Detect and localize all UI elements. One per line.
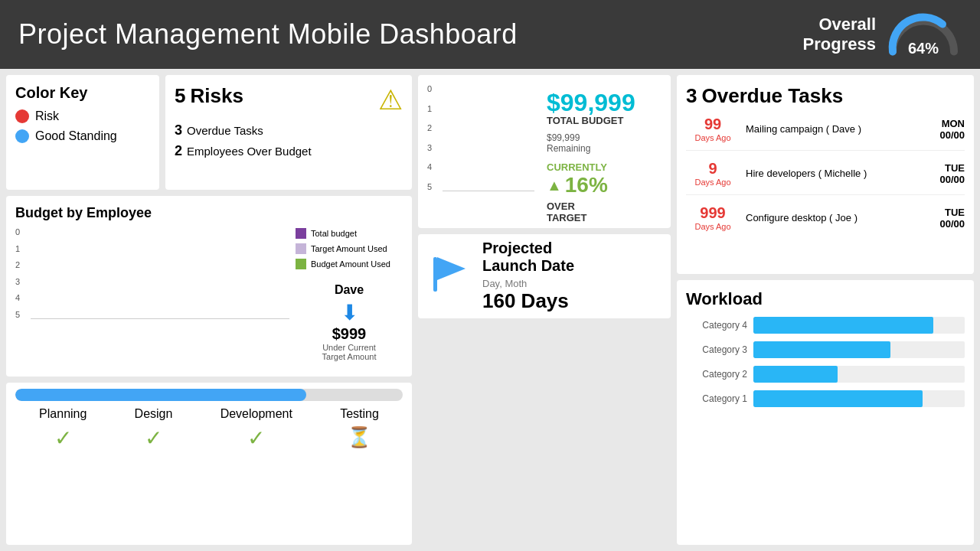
color-key-standing: Good Standing — [15, 129, 150, 143]
phase-design-label: Design — [135, 407, 173, 421]
risk-dot — [15, 109, 29, 123]
overdue-title: 3 Overdue Tasks — [686, 84, 965, 108]
percent-value: ▲ 16% — [547, 173, 655, 197]
launch-subtitle: Day, Moth — [482, 278, 662, 289]
task-date-3: TUE 00/00 — [939, 207, 965, 230]
days-ago-3: 999 Days Ago — [686, 204, 740, 231]
phase-development: Development ✓ — [220, 407, 292, 451]
progress-fill — [15, 389, 306, 401]
warning-icon: ⚠ — [378, 84, 403, 116]
task-date-2: TUE 00/00 — [939, 162, 965, 185]
phase-design: Design ✓ — [135, 407, 173, 451]
overdue-count: 3 — [175, 122, 182, 139]
legend-label-total: Total budget — [311, 229, 357, 238]
gauge-chart: 64% — [885, 11, 962, 57]
mid-bar-chart: 5 4 3 2 1 0 — [427, 84, 534, 207]
mid-spacer — [418, 324, 671, 545]
flag-icon — [427, 249, 473, 304]
launch-card: ProjectedLaunch Date Day, Moth 160 Days — [418, 234, 671, 318]
workload-title: Workload — [686, 289, 965, 309]
middle-column: 5 4 3 2 1 0 — [418, 75, 671, 545]
risk-item-budget: 2 Employees Over Budget — [175, 143, 403, 159]
workload-chart: Category 4 Category 3 Category 2 — [686, 317, 965, 407]
over-target-label: OVERTARGET — [547, 201, 655, 223]
task-date-1: MON 00/00 — [939, 118, 965, 141]
task-name-1: Mailing campaign ( Dave ) — [746, 123, 933, 135]
standing-label: Good Standing — [35, 129, 117, 143]
launch-info: ProjectedLaunch Date Day, Moth 160 Days — [482, 240, 662, 313]
budget-legend: Total budget Target Amount Used Budget A… — [296, 205, 403, 367]
workload-row-2: Category 2 — [686, 366, 965, 383]
mid-bar-groups — [443, 84, 534, 191]
launch-days: 160 Days — [482, 289, 662, 313]
checkmark-icon: ✓ — [54, 425, 72, 451]
color-key-card: Color Key Risk Good Standing — [6, 75, 159, 190]
total-budget-chart: 5 4 3 2 1 0 — [427, 84, 534, 219]
workload-row-1: Category 1 — [686, 390, 965, 407]
overdue-label: Overdue Tasks — [187, 124, 263, 137]
left-column: Color Key Risk Good Standing 5 Risks — [6, 75, 412, 545]
legend-total: Total budget — [296, 228, 403, 239]
dave-amount: $999 — [332, 325, 367, 343]
overdue-item-2: 9 Days Ago Hire developers ( Michelle ) … — [686, 160, 965, 195]
down-arrow-icon: ⬇ — [341, 300, 358, 325]
budget-info: $99,999 TOTAL BUDGET $99,999Remaining CU… — [541, 84, 662, 219]
legend-target: Target Amount Used — [296, 243, 403, 254]
overdue-label: Overdue Tasks — [702, 84, 844, 107]
date-num-2: 00/00 — [939, 174, 965, 185]
risks-header: 5 Risks ⚠ — [175, 84, 403, 116]
workload-track-1 — [753, 390, 965, 407]
workload-track-4 — [753, 317, 965, 334]
header: Project Management Mobile Dashboard Over… — [0, 0, 980, 69]
phase-testing: Testing ⏳ — [340, 407, 379, 451]
top-row: Color Key Risk Good Standing 5 Risks — [6, 75, 412, 190]
days-label-3: Days Ago — [686, 222, 740, 231]
overall-progress: OverallProgress 64% — [803, 11, 962, 57]
remaining-amount: $99,999Remaining — [547, 132, 655, 154]
legend-box-target — [296, 243, 306, 254]
workload-row-4: Category 4 — [686, 317, 965, 334]
phase-progress-card: Planning ✓ Design ✓ Development ✓ Testin… — [6, 383, 412, 545]
budget-employee-card: Budget by Employee 5 4 3 2 1 0 — [6, 196, 412, 377]
risk-label: Risk — [35, 109, 59, 123]
budget-by-employee-title: Budget by Employee — [15, 205, 289, 221]
workload-cat-2: Category 2 — [686, 369, 747, 380]
workload-fill-2 — [753, 366, 838, 383]
legend-label-target: Target Amount Used — [311, 244, 387, 253]
budget-label: Employees Over Budget — [187, 145, 312, 158]
overdue-item-1: 99 Days Ago Mailing campaign ( Dave ) MO… — [686, 116, 965, 151]
task-name-2: Hire developers ( Michelle ) — [746, 168, 933, 179]
workload-cat-4: Category 4 — [686, 320, 747, 331]
checkmark-icon: ✓ — [145, 425, 162, 451]
svg-rect-0 — [433, 257, 437, 292]
budget-bar-chart: 5 4 3 2 1 0 — [15, 227, 289, 334]
workload-fill-3 — [753, 341, 890, 358]
dave-label: Under CurrentTarget Amount — [322, 343, 377, 361]
date-num-3: 00/00 — [939, 218, 965, 230]
y-axis-labels: 5 4 3 2 1 0 — [15, 227, 28, 319]
days-num-2: 9 — [686, 160, 740, 178]
overdue-count: 3 — [686, 84, 697, 107]
main-content: Color Key Risk Good Standing 5 Risks — [0, 69, 980, 551]
overdue-card: 3 Overdue Tasks 99 Days Ago Mailing camp… — [677, 75, 974, 274]
risks-title: 5 Risks — [175, 84, 243, 108]
standing-dot — [15, 129, 29, 143]
dave-name: Dave — [335, 283, 364, 297]
budget-count: 2 — [175, 143, 182, 159]
percent-num: 16% — [565, 173, 608, 197]
mid-y-labels: 5 4 3 2 1 0 — [427, 84, 439, 191]
gauge-value: 64% — [908, 40, 939, 57]
workload-cat-1: Category 1 — [686, 393, 747, 404]
phase-development-label: Development — [220, 407, 292, 421]
currently-label: CURRENTLY — [547, 161, 655, 173]
risks-count: 5 — [175, 84, 185, 107]
date-day-3: TUE — [939, 207, 965, 218]
phase-testing-label: Testing — [340, 407, 379, 421]
days-num-3: 999 — [686, 204, 740, 222]
up-arrow-icon: ▲ — [547, 177, 562, 194]
svg-marker-1 — [437, 257, 466, 280]
risks-card: 5 Risks ⚠ 3 Overdue Tasks 2 Employees Ov… — [165, 75, 412, 190]
legend-box-used — [296, 259, 306, 269]
legend-box-total — [296, 228, 306, 239]
hourglass-icon: ⏳ — [347, 425, 371, 449]
